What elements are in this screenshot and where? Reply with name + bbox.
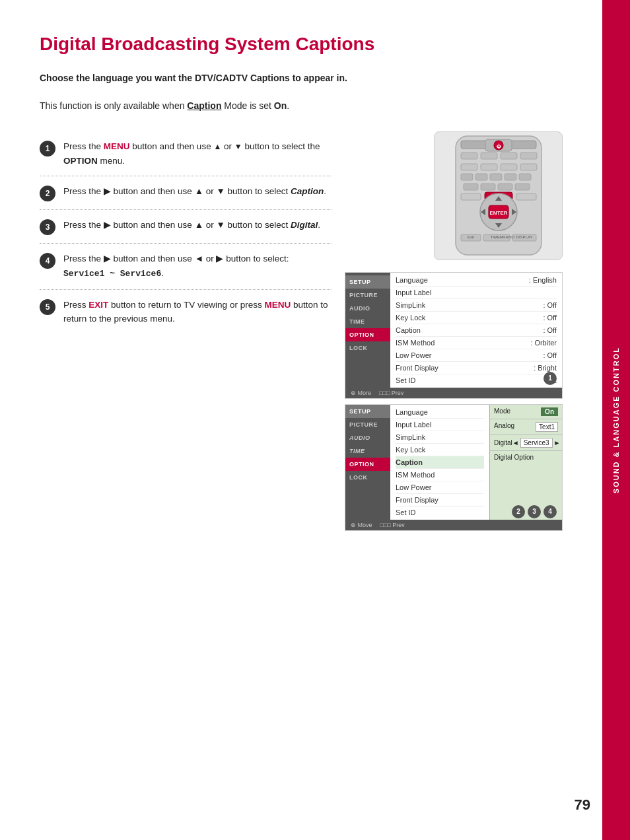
svg-rect-15 [475, 174, 487, 180]
menu-item-lock: LOCK [345, 341, 390, 355]
step-1-num: 1 [40, 141, 55, 157]
submenu-panel: Mode On Analog Text1 Digital ◄ Service3 [489, 405, 562, 520]
menu-row: Low Power [396, 481, 484, 494]
caption-keyword-2: Caption [291, 186, 324, 196]
menu-row: SimpLink: Off [396, 299, 557, 312]
svg-rect-24 [516, 193, 536, 200]
menu-item-audio: AUDIO [345, 302, 390, 315]
submenu-row-mode: Mode On [490, 405, 562, 419]
svg-rect-14 [461, 174, 473, 180]
step-2-num: 2 [40, 186, 55, 201]
step-2-text: Press the ▶ button and then use ▲ or ▼ b… [63, 184, 332, 199]
sidebar-label: Sound & Language Control [612, 347, 620, 493]
page-title: Digital Broadcasting System Captions [40, 33, 563, 55]
svg-rect-22 [515, 184, 530, 190]
step-badge-1: 1 [543, 372, 557, 385]
menu-row: Set ID: 1 [396, 374, 557, 386]
step-1: 1 Press the MENU button and then use ▲ o… [40, 131, 332, 176]
step-4-text: Press the ▶ button and then use ◄ or ▶ b… [63, 252, 332, 281]
svg-rect-7 [481, 153, 497, 159]
svg-rect-6 [461, 153, 477, 159]
notice-middle: Mode is set [221, 100, 273, 111]
on-keyword: On [274, 100, 287, 111]
menu-item-lock-2: LOCK [345, 471, 390, 484]
subtitle: Choose the language you want the DTV/CAD… [40, 71, 563, 85]
svg-rect-19 [464, 184, 478, 190]
badge-3: 3 [528, 505, 541, 518]
menu-screenshot-2: SETUP PICTURE AUDIO TIME OPTION LOCK Lan… [345, 404, 563, 531]
svg-rect-16 [490, 174, 502, 180]
menu-item-setup: SETUP [345, 275, 390, 289]
step-3-num: 3 [40, 219, 55, 235]
svg-rect-12 [501, 164, 517, 170]
step-badges-234: 2 3 4 [512, 505, 557, 518]
main-content: Digital Broadcasting System Captions Cho… [0, 0, 602, 581]
svg-rect-23 [461, 193, 481, 200]
menu-item-time: TIME [345, 315, 390, 328]
menu-row: Caption [396, 456, 484, 469]
menu-row: Language [396, 406, 484, 419]
step-2: 2 Press the ▶ button and then use ▲ or ▼… [40, 176, 332, 210]
option-keyword: OPTION [63, 156, 98, 166]
two-col-layout: 1 Press the MENU button and then use ▲ o… [40, 131, 563, 542]
svg-rect-21 [498, 184, 512, 190]
svg-rect-18 [519, 174, 531, 180]
ui-column: ⏻ [345, 131, 563, 542]
notice-suffix: . [287, 100, 289, 111]
svg-text:ENTER: ENTER [489, 210, 507, 216]
notice-prefix: This function is only available when [40, 100, 187, 111]
badge-2: 2 [512, 505, 525, 518]
menu-row: ISM Method: Orbiter [396, 337, 557, 349]
menu-rows-2: Language Input Label SimpLink Key Lock C… [390, 405, 489, 520]
menu-row: Input Label [396, 419, 484, 431]
menu-footer-2: ⊕ Move□□□ Prev [345, 520, 562, 530]
svg-text:DISPLAY: DISPLAY [516, 235, 532, 239]
menu-left-1: SETUP PICTURE AUDIO TIME OPTION LOCK [345, 273, 390, 388]
svg-rect-17 [505, 174, 516, 180]
menu-item-option-2: OPTION [345, 458, 390, 471]
step-4: 4 Press the ▶ button and then use ◄ or ▶… [40, 244, 332, 289]
exit-keyword: EXIT [88, 300, 108, 310]
menu-row: Front Display: Bright [396, 362, 557, 374]
step-4-num: 4 [40, 253, 55, 269]
menu-item-time-2: TIME [345, 444, 390, 458]
menu-row: Set ID [396, 507, 484, 518]
svg-rect-20 [481, 184, 495, 190]
steps-column: 1 Press the MENU button and then use ▲ o… [40, 131, 332, 542]
menu-row: Caption: Off [396, 324, 557, 337]
menu-row: SimpLink [396, 431, 484, 444]
menu-rows-1: Language: English Input Label SimpLink: … [390, 273, 562, 388]
menu-row: Key Lock [396, 444, 484, 456]
svg-text:Exit: Exit [467, 235, 473, 239]
page-number: 79 [575, 796, 590, 814]
menu-left-2: SETUP PICTURE AUDIO TIME OPTION LOCK [345, 405, 390, 520]
menu-row: ISM Method [396, 469, 484, 481]
caption-notice: This function is only available when Cap… [40, 98, 563, 113]
menu-item-option: OPTION [345, 328, 390, 341]
menu-item-picture: PICTURE [345, 289, 390, 302]
step-5-num: 5 [40, 299, 55, 315]
menu-item-picture-2: PICTURE [345, 418, 390, 431]
sidebar: Sound & Language Control [602, 0, 630, 840]
step-5-text: Press EXIT button to return to TV viewin… [63, 298, 332, 326]
badge-4: 4 [543, 505, 557, 518]
step-1-text: Press the MENU button and then use ▲ or … [63, 139, 332, 168]
menu-row: Input Label [396, 287, 557, 299]
svg-text:RATIO: RATIO [503, 235, 514, 239]
service-keyword: Service1 ~ Service6 [63, 269, 161, 279]
menu-keyword-1: MENU [104, 141, 130, 151]
menu-row: Language: English [396, 274, 557, 287]
submenu-row-digital-option: Digital Option [490, 451, 562, 464]
menu-row: Low Power: Off [396, 349, 557, 362]
menu-item-audio-2: AUDIO [345, 431, 390, 444]
svg-rect-8 [501, 153, 517, 159]
submenu-row-digital: Digital ◄ Service3 ► [490, 435, 562, 451]
svg-rect-13 [520, 164, 537, 170]
menu-screenshot-1: SETUP PICTURE AUDIO TIME OPTION LOCK Lan… [345, 272, 563, 399]
step-5: 5 Press EXIT button to return to TV view… [40, 290, 332, 334]
svg-rect-11 [481, 164, 497, 170]
menu-row: Key Lock: Off [396, 312, 557, 324]
menu-row: Front Display [396, 494, 484, 507]
submenu-row-analog: Analog Text1 [490, 419, 562, 435]
svg-text:TIMER: TIMER [490, 235, 503, 239]
